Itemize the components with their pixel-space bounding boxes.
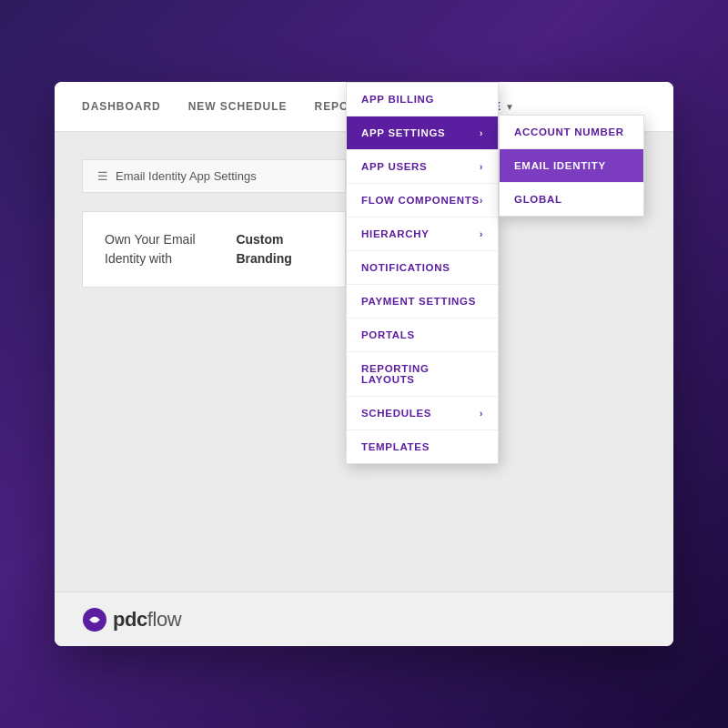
dropdown-primary: APP BILLING APP SETTINGS › APP USERS › F… xyxy=(346,82,499,464)
dropdown-item-app-settings[interactable]: APP SETTINGS › xyxy=(347,116,498,150)
main-content: ☰ Email Identity App Settings Own Your E… xyxy=(55,132,673,592)
submenu-item-account-number[interactable]: ACCOUNT NUMBER xyxy=(500,116,643,149)
app-window: DASHBOARD NEW SCHEDULE REPORTING ▼ CONFI… xyxy=(55,82,673,646)
dropdown-item-reporting-layouts[interactable]: REPORTING LAYOUTS xyxy=(347,352,498,397)
submenu-item-email-identity[interactable]: EMAIL IDENTITY xyxy=(500,149,643,183)
nav-new-schedule[interactable]: NEW SCHEDULE xyxy=(188,96,288,117)
dropdown-item-app-billing[interactable]: APP BILLING xyxy=(347,83,498,116)
dropdown-item-notifications[interactable]: NOTIFICATIONS xyxy=(347,251,498,285)
logo-text: pdcflow xyxy=(113,608,181,632)
chevron-icon: › xyxy=(480,162,483,172)
dropdown-item-hierarchy[interactable]: HIERARCHY › xyxy=(347,217,498,251)
app-footer: pdcflow xyxy=(55,592,673,646)
content-card: Own Your Email Identity with Custom Bran… xyxy=(82,211,346,288)
logo-icon xyxy=(82,607,107,632)
dropdown-item-schedules[interactable]: SCHEDULES › xyxy=(347,397,498,430)
settings-header-label: Email Identity App Settings xyxy=(116,169,257,183)
submenu-item-global[interactable]: GLOBAL xyxy=(500,183,643,216)
settings-icon: ☰ xyxy=(97,169,108,183)
nav-dashboard[interactable]: DASHBOARD xyxy=(82,96,161,117)
logo-flow: flow xyxy=(147,608,181,631)
chevron-icon: › xyxy=(480,409,483,419)
logo-pdc: pdc xyxy=(113,608,147,631)
dropdown-item-app-users[interactable]: APP USERS › xyxy=(347,150,498,184)
dropdown-secondary: ACCOUNT NUMBER EMAIL IDENTITY GLOBAL xyxy=(499,115,644,217)
content-text-prefix: Own Your Email Identity with xyxy=(105,230,236,268)
dropdown-item-payment-settings[interactable]: PAYMENT SETTINGS xyxy=(347,285,498,318)
settings-header: ☰ Email Identity App Settings xyxy=(82,159,346,193)
content-text-bold: Custom Branding xyxy=(236,230,323,268)
dropdown-item-flow-components[interactable]: FLOW COMPONENTS › xyxy=(347,184,498,217)
dropdown-container: APP BILLING APP SETTINGS › APP USERS › F… xyxy=(346,82,644,464)
chevron-icon: › xyxy=(480,128,483,138)
dropdown-item-templates[interactable]: TEMPLATES xyxy=(347,430,498,463)
svg-point-1 xyxy=(92,617,97,622)
chevron-icon: › xyxy=(480,196,483,206)
chevron-icon: › xyxy=(480,229,483,239)
logo: pdcflow xyxy=(82,607,181,632)
dropdown-item-portals[interactable]: PORTALS xyxy=(347,318,498,352)
